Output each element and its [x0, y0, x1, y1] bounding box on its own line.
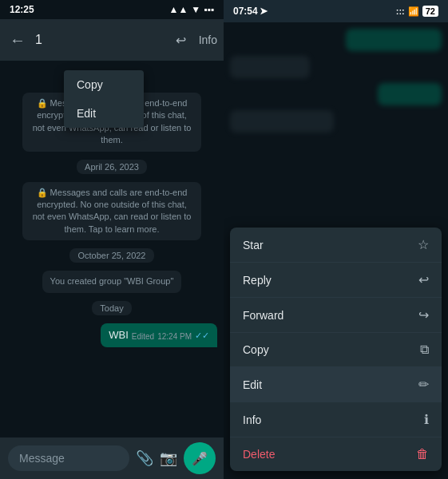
time-right: 07:54: [233, 6, 258, 17]
chat-header-left: ← 1 ↩ Info: [0, 19, 224, 61]
blur-msg-1: [346, 29, 442, 51]
copy-option[interactable]: Copy: [64, 70, 144, 99]
status-bar-left: 12:25 ▲▲ ▼ ▪▪▪: [0, 0, 224, 19]
delete-option[interactable]: Delete 🗑: [230, 437, 442, 471]
message-placeholder: Message: [19, 452, 65, 465]
left-panel: 12:25 ▲▲ ▼ ▪▪▪ ← 1 ↩ Info March 🔒 Messag…: [0, 0, 224, 479]
edit-icon: ✏: [418, 377, 429, 392]
chat-bg-right: WABetaInfo Edited 07:54 👍 ❤️ 😂 🤔 😮 🙏 + S…: [224, 22, 448, 479]
reply-icon: ↩: [176, 33, 186, 48]
wifi-icon-right: 📶: [408, 6, 419, 17]
forward-label: Forward: [243, 309, 283, 322]
context-menu-left: Copy Edit: [64, 70, 144, 128]
blur-msg-4: [230, 110, 334, 133]
info-label-right: Info: [243, 414, 261, 426]
mic-icon: 🎤: [192, 451, 208, 466]
right-panel: 07:54 ➤ ::: 📶 72 WABetaInfo Edited 07:54…: [224, 0, 448, 479]
mic-button[interactable]: 🎤: [184, 442, 216, 474]
signal-icon-right: :::: [396, 6, 405, 16]
star-icon: ☆: [418, 237, 429, 252]
attach-icon[interactable]: 📎: [136, 449, 153, 467]
forward-icon: ↪: [418, 307, 429, 323]
edit-label: Edit: [243, 378, 262, 391]
battery-icon-left: ▪▪▪: [204, 4, 214, 15]
star-label: Star: [243, 239, 264, 251]
status-bar-right: 07:54 ➤ ::: 📶 72: [224, 0, 448, 22]
message-time: 12:24 PM: [157, 331, 192, 342]
message-input[interactable]: Message: [8, 445, 129, 471]
info-label[interactable]: Info: [199, 34, 217, 46]
read-receipts: ✓✓: [195, 330, 209, 342]
delete-icon: 🗑: [416, 447, 429, 461]
edit-option-right[interactable]: Edit ✏: [230, 367, 442, 402]
reply-icon-right: ↩: [418, 272, 429, 287]
reply-label: Reply: [243, 274, 272, 287]
blur-msg-2: [230, 56, 310, 78]
date-badge-today: Today: [92, 301, 131, 315]
battery-right: 72: [422, 6, 438, 17]
info-option[interactable]: Info ℹ: [230, 402, 442, 437]
time-left: 12:25: [10, 4, 34, 15]
copy-label: Copy: [243, 343, 269, 356]
copy-icon: ⧉: [420, 342, 429, 357]
copy-option-right[interactable]: Copy ⧉: [230, 333, 442, 367]
forward-option[interactable]: Forward ↪: [230, 298, 442, 333]
info-icon: ℹ: [424, 412, 429, 427]
signal-icon-left: ▲▲: [169, 4, 188, 15]
star-option[interactable]: Star ☆: [230, 228, 442, 263]
blur-msg-3: [378, 83, 442, 105]
input-bar-left: Message 📎 📷 🎤: [0, 437, 224, 479]
edited-label: Edited: [132, 331, 154, 342]
context-menu-right: Star ☆ Reply ↩ Forward ↪ Copy ⧉ Edit ✏ I…: [230, 228, 442, 471]
chat-name: 1: [35, 33, 42, 47]
date-badge-oct: October 25, 2022: [69, 248, 153, 263]
location-icon: ➤: [260, 6, 268, 17]
delete-label: Delete: [243, 448, 275, 461]
back-button[interactable]: ←: [6, 28, 29, 53]
edit-option[interactable]: Edit: [64, 99, 144, 128]
message-text: WBI: [109, 328, 129, 342]
status-icons-right: ::: 📶 72: [396, 6, 438, 17]
reply-option[interactable]: Reply ↩: [230, 263, 442, 298]
wifi-icon-left: ▼: [191, 4, 200, 15]
date-badge-april: April 26, 2023: [77, 160, 147, 174]
system-msg-3: You created group "WBI Group": [42, 271, 182, 292]
system-msg-2: 🔒 Messages and calls are end-to-end encr…: [22, 182, 201, 241]
camera-icon[interactable]: 📷: [160, 449, 177, 467]
outgoing-message[interactable]: WBI Edited 12:24 PM ✓✓: [101, 323, 217, 347]
